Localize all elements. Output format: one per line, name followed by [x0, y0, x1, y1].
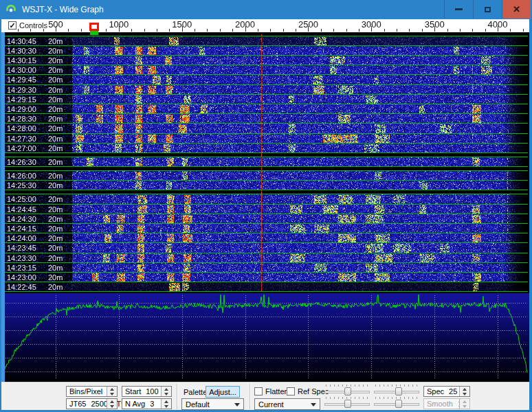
slider-handle[interactable] [395, 387, 402, 396]
maximize-icon [485, 7, 491, 12]
slider-handle[interactable] [344, 387, 351, 396]
controls-checkbox[interactable]: ✓ Controls [8, 21, 47, 30]
minimize-button[interactable] [444, 0, 473, 19]
spectrum-zero-slider[interactable] [374, 397, 419, 408]
smooth-label: Smooth [427, 400, 453, 408]
waterfall-gain-slider[interactable] [324, 385, 370, 396]
spin-down-icon [463, 405, 467, 408]
controls-checkbox-label: Controls [19, 21, 47, 30]
separator [250, 384, 251, 409]
bins-pixel-spinbox[interactable]: Bins/Pixel 6 [66, 386, 118, 397]
flatten-checkbox-box[interactable] [254, 387, 263, 396]
checkbox-check-icon[interactable]: ✓ [8, 21, 16, 30]
spin-buttons[interactable] [107, 387, 117, 396]
adjust-palette-button[interactable]: Adjust... [206, 386, 240, 398]
n-avg-value: 3 [150, 400, 154, 408]
spin-buttons[interactable] [161, 399, 171, 409]
spec-label: Spec [427, 387, 444, 396]
spin-down-icon[interactable] [110, 393, 114, 396]
slider-ticks [375, 385, 418, 387]
maximize-button[interactable] [473, 0, 502, 19]
minimize-icon [455, 8, 463, 10]
flatten-checkbox[interactable]: Flatten [254, 387, 289, 396]
spectrum-type-value: Current [258, 400, 284, 409]
ref-spec-checkbox-box[interactable] [287, 387, 295, 396]
spin-down-icon[interactable] [164, 393, 168, 396]
spin-buttons[interactable] [459, 387, 469, 396]
spin-up-icon[interactable] [463, 388, 467, 391]
n-avg-spinbox[interactable]: N Avg 3 [122, 398, 172, 409]
spin-buttons[interactable] [107, 399, 117, 409]
palette-select[interactable]: Default [181, 398, 244, 410]
spin-up-icon[interactable] [110, 400, 114, 403]
waterfall-canvas[interactable] [1, 32, 529, 382]
controls-bar: Bins/Pixel 6 Start 100 Hz Palette Adjust… [1, 382, 529, 410]
frequency-ruler[interactable] [1, 19, 529, 32]
spin-down-icon[interactable] [164, 405, 168, 408]
slider-handle[interactable] [395, 400, 402, 408]
close-icon: ✕ [513, 5, 520, 14]
n-avg-label: N Avg [125, 400, 145, 408]
app-icon [5, 4, 16, 15]
window-title: WSJT-X - Wide Graph [22, 5, 104, 14]
slider-ticks [326, 385, 368, 387]
flatten-label: Flatten [265, 387, 289, 396]
spin-buttons[interactable] [161, 387, 171, 396]
palette-select-value: Default [186, 400, 210, 409]
spin-down-icon[interactable] [110, 405, 114, 408]
dropdown-arrow-icon [311, 403, 316, 407]
spin-buttons [459, 399, 469, 409]
spec-percent-spinbox[interactable]: Spec 25 % [423, 386, 470, 397]
waterfall-zero-slider[interactable] [374, 385, 419, 396]
adjust-button-label: Adjust... [209, 388, 236, 396]
spin-down-icon[interactable] [463, 393, 467, 396]
jt65-label: JT65 [69, 400, 86, 408]
spectrum-type-select[interactable]: Current [254, 398, 320, 410]
start-freq-label: Start [125, 387, 141, 396]
title-bar[interactable]: WSJT-X - Wide Graph ✕ [0, 0, 532, 19]
smooth-spinbox: Smooth 1 [423, 398, 470, 409]
ref-spec-checkbox[interactable]: Ref Spec [287, 387, 329, 396]
jt65-jt9-split-spinbox[interactable]: JT65 2500 JT9 [66, 398, 118, 409]
dropdown-arrow-icon [234, 403, 240, 407]
slider-ticks [326, 397, 368, 399]
start-freq-spinbox[interactable]: Start 100 Hz [122, 386, 172, 397]
spin-up-icon[interactable] [110, 388, 114, 391]
slider-handle[interactable] [344, 400, 351, 408]
wide-graph-window: WSJT-X - Wide Graph ✕ ✓ Controls Bins/Pi… [0, 0, 532, 412]
rx-frequency-marker [90, 30, 98, 35]
separator [177, 384, 178, 409]
spin-up-icon [463, 400, 467, 403]
bins-pixel-label: Bins/Pixel [69, 387, 102, 396]
slider-ticks [375, 397, 418, 399]
jt-split-value: 2500 [91, 400, 107, 408]
spin-up-icon[interactable] [164, 388, 168, 391]
spectrum-gain-slider[interactable] [324, 397, 370, 408]
spin-up-icon[interactable] [164, 400, 168, 403]
close-button[interactable]: ✕ [502, 0, 531, 19]
tx-frequency-marker [89, 23, 99, 31]
palette-label: Palette [184, 388, 207, 396]
